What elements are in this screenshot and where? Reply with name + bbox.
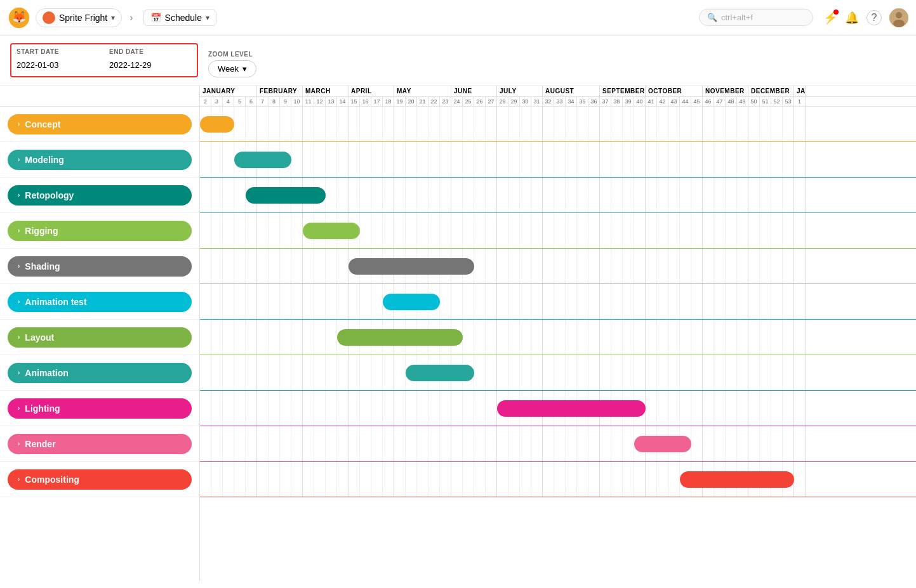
task-label-inner[interactable]: ›Lighting <box>8 398 192 419</box>
gantt-timeline-header: JANUARYFEBRUARYMARCHAPRILMAYJUNEJULYAUGU… <box>200 86 916 106</box>
task-name: Animation test <box>25 297 86 307</box>
task-expand-icon[interactable]: › <box>18 298 20 305</box>
task-label-inner[interactable]: ›Animation <box>8 363 192 383</box>
task-expand-icon[interactable]: › <box>18 334 20 341</box>
task-label-inner[interactable]: ›Concept <box>8 114 192 134</box>
gantt-bar[interactable] <box>234 152 291 168</box>
gantt-bar[interactable] <box>303 223 360 239</box>
start-date-input[interactable] <box>17 58 99 72</box>
date-range-wrapper: START DATE END DATE <box>10 43 198 77</box>
task-expand-icon[interactable]: › <box>18 440 20 447</box>
gantt-rows <box>200 107 916 581</box>
zoom-select[interactable]: Week ▾ <box>208 60 256 77</box>
zoom-value: Week <box>218 64 239 74</box>
task-expand-icon[interactable]: › <box>18 156 20 163</box>
task-expand-icon[interactable]: › <box>18 405 20 412</box>
task-name: Rigging <box>25 226 58 236</box>
task-expand-icon[interactable]: › <box>18 369 20 376</box>
task-label-inner[interactable]: ›Shading <box>8 256 192 277</box>
svg-text:🦊: 🦊 <box>12 10 27 24</box>
task-label: ›Lighting <box>0 391 199 426</box>
timeline-row <box>200 462 916 497</box>
task-name: Render <box>25 439 55 449</box>
main-header: 🦊 Sprite Fright ▾ › 📅 Schedule ▾ 🔍 ctrl+… <box>0 0 916 36</box>
task-label-inner[interactable]: ›Render <box>8 434 192 454</box>
gantt-body: ›Concept›Modeling›Retopology›Rigging›Sha… <box>0 107 916 581</box>
logo-icon[interactable]: 🦊 <box>8 6 30 29</box>
timeline-row <box>200 249 916 284</box>
timeline-row <box>200 178 916 213</box>
task-label-inner[interactable]: ›Animation test <box>8 292 192 312</box>
svg-point-4 <box>893 20 905 27</box>
task-label: ›Animation test <box>0 284 199 320</box>
gantt-bar[interactable] <box>497 400 646 417</box>
bell-button[interactable]: 🔔 <box>845 11 859 25</box>
start-date-label: START DATE <box>17 48 99 55</box>
lightning-button[interactable]: ⚡ <box>823 11 837 25</box>
gantt-container: JANUARYFEBRUARYMARCHAPRILMAYJUNEJULYAUGU… <box>0 86 916 581</box>
zoom-label: ZOOM LEVEL <box>208 51 256 58</box>
task-label: ›Animation <box>0 355 199 391</box>
gantt-label-col-header <box>0 86 200 106</box>
header-icons: ⚡ 🔔 ? <box>823 8 908 27</box>
task-label-inner[interactable]: ›Layout <box>8 327 192 348</box>
timeline-row <box>200 426 916 462</box>
task-label-inner[interactable]: ›Compositing <box>8 469 192 490</box>
gantt-bar[interactable] <box>406 365 474 381</box>
task-expand-icon[interactable]: › <box>18 227 20 234</box>
project-selector[interactable]: Sprite Fright ▾ <box>36 8 122 27</box>
task-label-inner[interactable]: ›Modeling <box>8 150 192 170</box>
task-expand-icon[interactable]: › <box>18 263 20 270</box>
task-name: Shading <box>25 261 60 271</box>
notification-dot <box>833 10 839 15</box>
zoom-chevron-icon: ▾ <box>242 64 247 74</box>
timeline-row <box>200 284 916 320</box>
project-name: Sprite Fright <box>59 13 107 23</box>
task-label: ›Retopology <box>0 178 199 213</box>
project-color-dot <box>43 11 55 24</box>
help-button[interactable]: ? <box>866 10 882 25</box>
timeline-row <box>200 142 916 178</box>
view-chevron-icon: ▾ <box>206 13 209 22</box>
gantt-bar[interactable] <box>634 436 691 452</box>
task-label: ›Rigging <box>0 213 199 249</box>
gantt-labels: ›Concept›Modeling›Retopology›Rigging›Sha… <box>0 107 200 581</box>
zoom-group: ZOOM LEVEL Week ▾ <box>208 51 256 77</box>
project-chevron-icon: ▾ <box>111 13 115 22</box>
controls-bar: START DATE END DATE ZOOM LEVEL Week ▾ <box>0 36 916 86</box>
task-expand-icon[interactable]: › <box>18 192 20 199</box>
task-name: Animation <box>25 368 68 378</box>
gantt-header: JANUARYFEBRUARYMARCHAPRILMAYJUNEJULYAUGU… <box>0 86 916 107</box>
task-name: Modeling <box>25 155 63 165</box>
task-label-inner[interactable]: ›Retopology <box>8 185 192 206</box>
search-box[interactable]: 🔍 ctrl+alt+f <box>699 9 813 26</box>
task-label: ›Concept <box>0 107 199 142</box>
end-date-group: END DATE <box>109 48 192 72</box>
nav-forward-icon[interactable]: › <box>127 10 135 26</box>
gantt-bar[interactable] <box>200 116 234 133</box>
task-label: ›Modeling <box>0 142 199 178</box>
gantt-bar[interactable] <box>337 329 463 346</box>
search-icon: 🔍 <box>707 13 717 22</box>
task-expand-icon[interactable]: › <box>18 121 20 127</box>
task-expand-icon[interactable]: › <box>18 476 20 483</box>
task-name: Lighting <box>25 403 60 414</box>
end-date-label: END DATE <box>109 48 192 55</box>
task-name: Compositing <box>25 474 79 485</box>
gantt-bar[interactable] <box>383 294 440 310</box>
gantt-bar[interactable] <box>348 258 474 275</box>
avatar[interactable] <box>889 8 908 27</box>
task-label: ›Render <box>0 426 199 462</box>
gantt-bar[interactable] <box>680 471 794 488</box>
task-label: ›Layout <box>0 320 199 355</box>
task-label-inner[interactable]: ›Rigging <box>8 221 192 241</box>
timeline-row <box>200 355 916 391</box>
timeline-row <box>200 320 916 355</box>
gantt-bar[interactable] <box>246 187 326 204</box>
start-date-group: START DATE <box>17 48 109 72</box>
task-name: Concept <box>25 119 60 129</box>
view-selector[interactable]: 📅 Schedule ▾ <box>143 10 216 26</box>
timeline-row <box>200 107 916 142</box>
end-date-input[interactable] <box>109 58 192 72</box>
timeline-row <box>200 213 916 249</box>
